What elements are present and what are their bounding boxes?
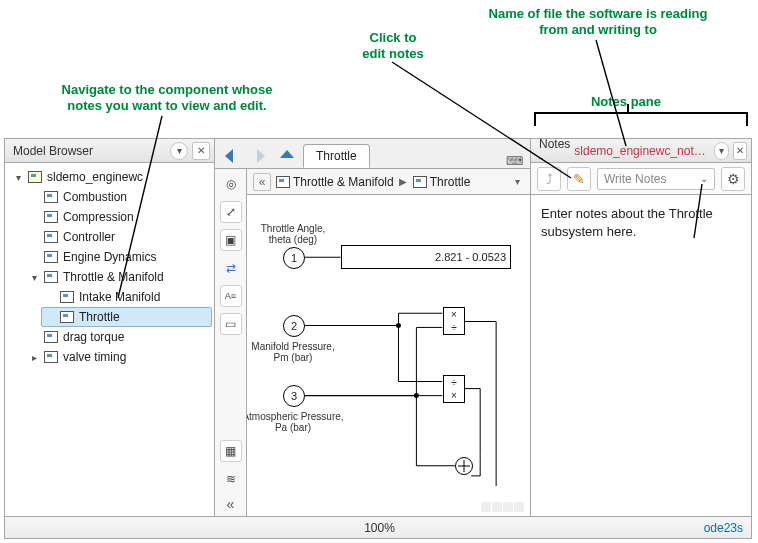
inport2-block[interactable]: 2 [283,315,305,337]
tree-label: valve timing [63,350,208,364]
model-browser-header: Model Browser ▾ ✕ [5,139,214,163]
model-browser-tree[interactable]: ▾ sldemo_enginewc Combustion [5,163,214,516]
notes-toolbar: ⤴ ✎ Write Notes ⌄ ⚙ [531,163,751,195]
notes-edit-button[interactable]: ✎ [567,167,591,191]
chevron-down-icon: ⌄ [700,173,708,184]
diagram-canvas[interactable]: Throttle Angle,theta (deg) 1 2.821 - 0.0… [247,195,530,516]
notes-file-name: sldemo_enginewc_notes.mldatx [574,144,706,158]
notes-settings-button[interactable]: ⚙ [721,167,745,191]
annotation-notes-pane: Notes pane [566,94,686,110]
model-browser-pane: Model Browser ▾ ✕ ▾ sldemo_enginewc [5,139,215,516]
sum-block[interactable] [455,457,473,475]
tree-item-engine-dynamics[interactable]: Engine Dynamics [25,247,212,267]
product-block-1[interactable]: ×÷ [443,307,465,335]
editor-pane: Throttle ⌨ ◎ ⤢ ▣ ⇄ A≡ ▭ ▦ ≋ « [215,139,531,516]
subsystem-icon [43,270,59,284]
model-browser-menu-button[interactable]: ▾ [170,142,188,160]
subsystem-icon [43,330,59,344]
notes-body[interactable]: Enter notes about the Throttle subsystem… [531,195,751,516]
svg-line-2 [596,40,626,146]
notes-pane-bracket-stem [627,104,629,112]
tree-label: Combustion [63,190,208,204]
tree-label: Engine Dynamics [63,250,208,264]
model-icon [27,170,43,184]
editor-tab-label: Throttle [316,149,357,163]
palette-text-icon[interactable]: A≡ [220,285,242,307]
palette-collapse-icon[interactable]: « [227,496,235,512]
tree-root-label: sldemo_enginewc [47,170,208,184]
tree-label: Compression [63,210,208,224]
product-block-2[interactable]: ÷× [443,375,465,403]
subsystem-icon [412,175,428,189]
breadcrumb: « Throttle & Manifold ▶ Throttle ▾ [247,169,530,195]
subsystem-icon [59,290,75,304]
tree-item-throttle[interactable]: Throttle [41,307,212,327]
subsystem-icon [43,210,59,224]
nav-up-button[interactable] [275,144,299,168]
nav-back-button[interactable] [219,144,243,168]
inport3-block[interactable]: 3 [283,385,305,407]
breadcrumb-label: Throttle [430,175,471,189]
subsystem-icon [275,175,291,189]
keyboard-icon[interactable]: ⌨ [502,154,526,168]
notes-up-button[interactable]: ⤴ [537,167,561,191]
editor-tab-bar: Throttle ⌨ [215,139,530,169]
annotation-file-name: Name of file the software is readingfrom… [468,6,728,39]
palette-target-icon[interactable]: ◎ [220,173,242,195]
palette-arrows-icon[interactable]: ⇄ [220,257,242,279]
inport2-label: Manifold Pressure,Pm (bar) [247,341,343,363]
breadcrumb-item[interactable]: Throttle & Manifold [273,175,396,189]
breadcrumb-label: Throttle & Manifold [293,175,394,189]
palette-snapshot-icon[interactable]: ▦ [220,440,242,462]
subsystem-icon [43,250,59,264]
canvas-grid-icon [480,502,524,512]
inport3-number: 3 [291,390,297,402]
status-solver[interactable]: ode23s [704,521,743,535]
notes-pane: Notes - sldemo_enginewc_notes.mldatx ▾ ✕… [531,139,751,516]
subsystem-icon [43,350,59,364]
tree-twisty-icon[interactable]: ▾ [13,172,23,183]
nav-forward-button[interactable] [247,144,271,168]
model-browser-title: Model Browser [13,144,93,158]
tree-twisty-icon[interactable]: ▾ [29,272,39,283]
tree-item-combustion[interactable]: Combustion [25,187,212,207]
tree-twisty-icon[interactable]: ▸ [29,352,39,363]
status-zoom[interactable]: 100% [364,521,395,535]
tree-label: drag torque [63,330,208,344]
tree-item-intake-manifold[interactable]: Intake Manifold [41,287,212,307]
editor-palette: ◎ ⤢ ▣ ⇄ A≡ ▭ ▦ ≋ « [215,169,247,516]
inport2-number: 2 [291,320,297,332]
tree-item-valve-timing[interactable]: ▸ valve timing [25,347,212,367]
palette-area-icon[interactable]: ▭ [220,313,242,335]
notes-mode-select[interactable]: Write Notes ⌄ [597,168,715,190]
palette-fit-icon[interactable]: ▣ [220,229,242,251]
tree-item-drag-torque[interactable]: drag torque [25,327,212,347]
tree-item-compression[interactable]: Compression [25,207,212,227]
breadcrumb-dropdown-icon[interactable]: ▾ [510,176,524,187]
status-bar: 100% ode23s [5,516,751,538]
subsystem-icon [43,230,59,244]
tree-item-throttle-manifold[interactable]: ▾ Throttle & Manifold [25,267,212,287]
tree-root[interactable]: ▾ sldemo_enginewc [9,167,212,187]
palette-zoom-in-icon[interactable]: ⤢ [220,201,242,223]
breadcrumb-back-icon[interactable]: « [253,173,271,191]
inport1-block[interactable]: 1 [283,247,305,269]
palette-layers-icon[interactable]: ≋ [220,468,242,490]
tree-item-controller[interactable]: Controller [25,227,212,247]
gain-block-text: 2.821 - 0.0523 [435,251,506,263]
subsystem-icon [59,310,75,324]
inport3-label: Atmospheric Pressure,Pa (bar) [247,411,353,433]
breadcrumb-item[interactable]: Throttle [410,175,473,189]
editor-tab[interactable]: Throttle [303,144,370,168]
notes-title: Notes - [539,137,570,165]
tree-label: Throttle [79,310,208,324]
inport1-number: 1 [291,252,297,264]
notes-close-button[interactable]: ✕ [733,142,747,160]
model-browser-close-button[interactable]: ✕ [192,142,210,160]
notes-pane-bracket [534,112,748,126]
subsystem-icon [43,190,59,204]
notes-menu-button[interactable]: ▾ [714,142,728,160]
tree-label: Throttle & Manifold [63,270,208,284]
notes-header: Notes - sldemo_enginewc_notes.mldatx ▾ ✕ [531,139,751,163]
gain-block[interactable]: 2.821 - 0.0523 [341,245,511,269]
